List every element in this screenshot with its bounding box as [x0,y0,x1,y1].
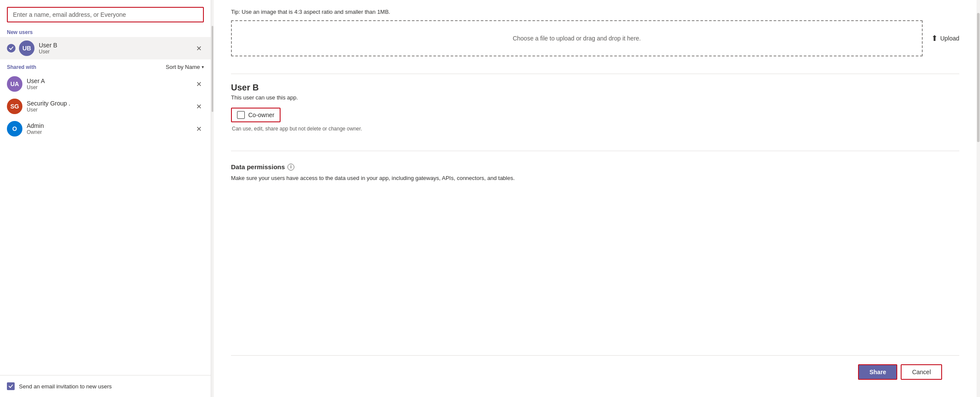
upload-drop-zone[interactable]: Choose a file to upload or drag and drop… [231,20,923,56]
data-permissions-title: Data permissions i [231,163,959,171]
selected-user-name: User B [39,42,194,49]
avatar-admin: O [7,121,22,136]
email-invitation-checkbox[interactable] [7,382,15,390]
list-item[interactable]: O Admin Owner ✕ [0,118,211,140]
section-divider-1 [231,74,959,74]
upload-btn-label: Upload [940,35,959,42]
avatar-ua: UA [7,76,22,92]
info-icon[interactable]: i [287,164,294,171]
upload-button[interactable]: ⬆ Upload [931,34,959,43]
cancel-button[interactable]: Cancel [901,364,942,380]
user-a-name: User A [27,78,194,84]
tip-text: Tip: Use an image that is 4:3 aspect rat… [231,9,959,15]
sort-by-label: Sort by Name [166,64,200,70]
user-b-section: User B This user can use this app. Co-ow… [231,83,959,135]
coowner-checkbox-row[interactable]: Co-owner [231,108,281,122]
check-circle [7,44,16,53]
admin-name: Admin [27,122,194,129]
selected-user-info: User B User [39,42,194,55]
remove-selected-user-button[interactable]: ✕ [194,43,204,53]
section-divider-2 [231,151,959,151]
right-scrollbar-thumb[interactable] [977,13,980,142]
remove-sg-button[interactable]: ✕ [194,101,204,112]
data-permissions-heading: Data permissions [231,163,285,171]
search-input-wrapper [0,0,211,26]
right-scrollbar [977,0,980,397]
user-a-info: User A User [27,78,194,90]
share-button[interactable]: Share [858,364,897,380]
right-panel: Tip: Use an image that is 4:3 aspect rat… [214,0,980,397]
bottom-bar: Share Cancel [231,355,959,388]
scroll-divider [211,0,214,397]
scroll-thumb[interactable] [212,26,213,112]
avatar-ub: UB [19,40,34,56]
remove-admin-button[interactable]: ✕ [194,124,204,134]
user-b-description: This user can use this app. [231,94,959,101]
avatar-sg: SG [7,99,22,114]
data-permissions-section: Data permissions i Make sure your users … [231,163,959,183]
list-item[interactable]: SG Security Group . User ✕ [0,95,211,118]
selected-user-role: User [39,49,194,55]
data-permissions-desc: Make sure your users have access to the … [231,174,959,183]
right-content-wrapper: Tip: Use an image that is 4:3 aspect rat… [214,0,977,397]
right-panel-content: Tip: Use an image that is 4:3 aspect rat… [214,0,977,397]
coowner-checkbox[interactable] [237,111,245,119]
user-b-title: User B [231,83,959,93]
sg-info: Security Group . User [27,100,194,113]
sort-by-dropdown[interactable]: Sort by Name ▾ [166,64,204,70]
email-invitation-label: Send an email invitation to new users [19,383,112,390]
shared-with-label: Shared with [7,64,36,70]
user-a-role: User [27,84,194,90]
email-invitation-row: Send an email invitation to new users [0,375,211,397]
upload-icon: ⬆ [931,34,938,43]
sg-role: User [27,107,194,113]
coowner-note: Can use, edit, share app but not delete … [231,126,959,132]
remove-user-a-button[interactable]: ✕ [194,79,204,89]
search-input[interactable] [7,7,204,22]
new-users-label: New users [0,26,211,37]
upload-drop-text: Choose a file to upload or drag and drop… [513,35,641,42]
left-panel: New users UB User B User ✕ Shared with S… [0,0,211,397]
selected-user-row[interactable]: UB User B User ✕ [0,37,211,59]
sg-name: Security Group . [27,100,194,107]
list-item[interactable]: UA User A User ✕ [0,73,211,95]
chevron-down-icon: ▾ [202,65,204,69]
admin-role: Owner [27,129,194,135]
coowner-label: Co-owner [248,112,275,118]
shared-with-header: Shared with Sort by Name ▾ [0,59,211,73]
upload-row: Choose a file to upload or drag and drop… [231,20,959,56]
admin-info: Admin Owner [27,122,194,135]
